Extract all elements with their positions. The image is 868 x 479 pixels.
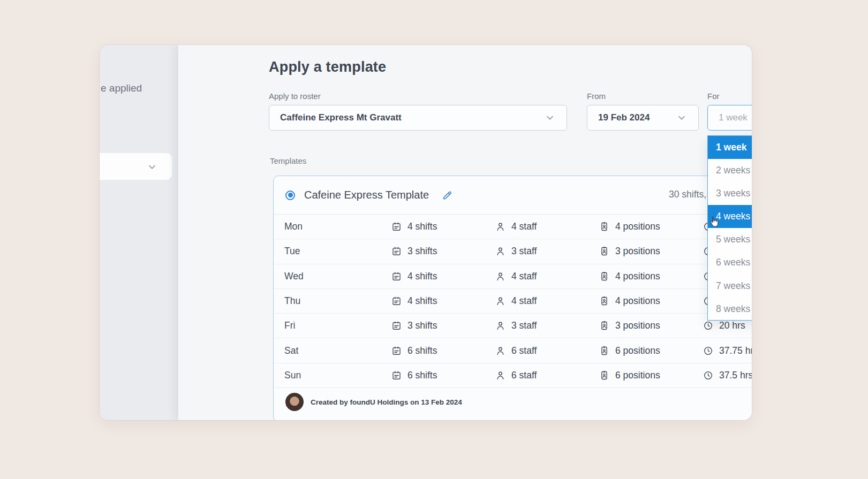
template-card-header: Cafeine Express Template 30 shifts, — [274, 176, 752, 215]
table-row-fri: Fri 3 shifts 3 staff 3 positions 20 hrs — [274, 314, 752, 338]
template-name: Cafeine Express Template — [304, 189, 429, 201]
underlying-dropdown[interactable] — [100, 153, 172, 180]
templates-section-label: Templates — [270, 156, 306, 165]
hours-value: 37.75 hrs — [719, 345, 752, 356]
staff-value: 6 staff — [511, 345, 537, 356]
day-label: Tue — [284, 246, 391, 257]
modal-title: Apply a template — [269, 59, 386, 75]
staff-value: 4 staff — [511, 271, 537, 282]
staff-icon — [495, 321, 505, 331]
dropdown-option-4-weeks[interactable]: 4 weeks — [708, 205, 752, 228]
template-card[interactable]: Cafeine Express Template 30 shifts, Mon … — [273, 176, 752, 420]
shifts-value: 3 shifts — [407, 246, 437, 257]
underlying-partial-text: e applied — [101, 82, 142, 94]
chevron-down-icon — [544, 112, 556, 124]
positions-value: 3 positions — [615, 246, 660, 257]
staff-icon — [495, 271, 505, 282]
shifts-icon — [391, 370, 402, 381]
created-by-text: Created by foundU Holdings on 13 Feb 202… — [311, 398, 462, 406]
staff-value: 3 staff — [511, 246, 537, 257]
day-label: Wed — [284, 271, 391, 282]
shifts-icon — [391, 271, 402, 282]
day-label: Mon — [284, 221, 391, 232]
shifts-value: 4 shifts — [407, 295, 437, 307]
avatar — [285, 393, 304, 411]
underlying-page: e applied — [100, 45, 178, 420]
shifts-value: 6 shifts — [407, 345, 437, 356]
hours-value: 20 hrs — [719, 320, 745, 331]
page: e applied Apply a template Apply to rost… — [0, 0, 868, 479]
staff-value: 4 staff — [511, 221, 537, 232]
from-field-label: From — [587, 92, 606, 101]
staff-value: 6 staff — [511, 370, 537, 381]
clock-icon — [703, 346, 713, 356]
positions-value: 4 positions — [615, 271, 660, 282]
positions-icon — [599, 370, 609, 381]
for-field-label: For — [707, 92, 720, 101]
shifts-icon — [391, 296, 402, 306]
roster-select-value: Caffeine Express Mt Gravatt — [280, 112, 402, 123]
positions-icon — [599, 246, 609, 256]
app-screenshot-frame: e applied Apply a template Apply to rost… — [100, 45, 752, 420]
staff-value: 4 staff — [511, 295, 537, 307]
dropdown-option-8-weeks[interactable]: 8 weeks — [708, 298, 752, 321]
staff-icon — [495, 370, 505, 381]
shifts-value: 6 shifts — [407, 370, 437, 381]
positions-icon — [599, 271, 609, 282]
positions-icon — [599, 296, 609, 306]
positions-value: 6 positions — [615, 345, 660, 356]
chevron-down-icon — [146, 161, 158, 173]
table-row-mon: Mon 4 shifts 4 staff 4 positions — [274, 215, 752, 239]
positions-icon — [599, 222, 609, 232]
for-select-value: 1 week — [719, 112, 748, 123]
table-row-tue: Tue 3 shifts 3 staff 3 positions — [274, 239, 752, 264]
for-duration-select[interactable]: 1 week — [707, 105, 752, 131]
staff-icon — [495, 346, 505, 356]
template-summary: 30 shifts, — [669, 189, 706, 200]
shifts-icon — [391, 321, 402, 331]
edit-pencil-icon[interactable] — [442, 189, 453, 201]
staff-value: 3 staff — [511, 320, 537, 331]
positions-icon — [599, 321, 609, 331]
table-row-wed: Wed 4 shifts 4 staff 4 positions — [274, 264, 752, 289]
template-card-footer: Created by foundU Holdings on 13 Feb 202… — [274, 388, 752, 416]
dropdown-option-5-weeks[interactable]: 5 weeks — [708, 228, 752, 251]
day-label: Sun — [284, 370, 391, 381]
table-row-sun: Sun 6 shifts 6 staff 6 positions 37.5 hr… — [274, 363, 752, 388]
positions-value: 4 positions — [615, 221, 660, 232]
clock-icon — [703, 321, 713, 331]
staff-icon — [495, 222, 505, 232]
dropdown-option-7-weeks[interactable]: 7 weeks — [708, 275, 752, 298]
staff-icon — [495, 296, 505, 306]
positions-value: 3 positions — [615, 320, 660, 331]
day-label: Sat — [284, 345, 391, 356]
roster-select[interactable]: Caffeine Express Mt Gravatt — [269, 105, 567, 131]
dropdown-option-2-weeks[interactable]: 2 weeks — [708, 159, 752, 182]
from-date-select[interactable]: 19 Feb 2024 — [587, 105, 699, 131]
shifts-value: 3 shifts — [407, 320, 437, 331]
positions-value: 4 positions — [615, 295, 660, 307]
shifts-icon — [391, 246, 402, 256]
apply-template-modal: Apply a template Apply to roster From Fo… — [178, 45, 752, 420]
shifts-value: 4 shifts — [407, 221, 437, 232]
day-label: Fri — [284, 320, 391, 331]
chevron-down-icon — [676, 112, 688, 124]
shifts-icon — [391, 346, 402, 356]
shifts-value: 4 shifts — [407, 271, 437, 282]
radio-dot — [288, 193, 293, 197]
day-label: Thu — [284, 295, 391, 307]
dropdown-option-6-weeks[interactable]: 6 weeks — [708, 251, 752, 274]
roster-field-label: Apply to roster — [269, 92, 321, 101]
hours-value: 37.5 hrs — [719, 370, 752, 381]
table-row-sat: Sat 6 shifts 6 staff 6 positions 37.75 h… — [274, 338, 752, 363]
table-row-thu: Thu 4 shifts 4 staff 4 positions — [274, 289, 752, 314]
positions-value: 6 positions — [615, 370, 660, 381]
template-radio-selected[interactable] — [285, 191, 295, 200]
dropdown-option-3-weeks[interactable]: 3 weeks — [708, 182, 752, 205]
clock-icon — [703, 370, 713, 381]
for-duration-dropdown-menu: 1 week 2 weeks 3 weeks 4 weeks 5 weeks 6… — [707, 135, 752, 321]
staff-icon — [495, 246, 505, 256]
positions-icon — [599, 346, 609, 356]
dropdown-option-1-week[interactable]: 1 week — [708, 136, 752, 159]
shifts-icon — [391, 222, 402, 232]
